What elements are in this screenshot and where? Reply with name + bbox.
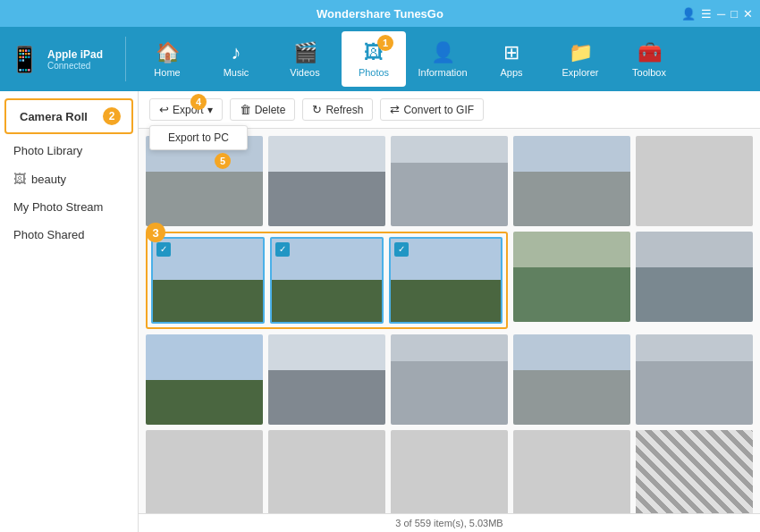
apps-icon: ⊞	[503, 41, 519, 64]
sidebar-item-camera-roll[interactable]: Camera Roll 2	[4, 98, 133, 134]
camera-roll-label: Camera Roll	[20, 110, 88, 123]
photo-item[interactable]	[636, 334, 753, 425]
photo-item[interactable]	[636, 136, 753, 226]
maximize-icon[interactable]: □	[730, 7, 738, 21]
photo-item[interactable]	[146, 430, 263, 513]
home-icon: 🏠	[156, 41, 180, 64]
photo-checkbox-3[interactable]: ✓	[394, 242, 409, 257]
nav-item-toolbox[interactable]: 🧰 Toolbox	[617, 31, 681, 87]
photo-item[interactable]	[391, 430, 508, 513]
convert-icon: ⇄	[390, 103, 400, 116]
delete-icon: 🗑	[240, 103, 251, 116]
close-icon[interactable]: ✕	[743, 7, 753, 21]
step-bubble-2: 2	[103, 107, 121, 125]
photo-item[interactable]	[513, 136, 630, 226]
photo-item[interactable]	[636, 232, 753, 322]
photo-item[interactable]	[636, 430, 753, 513]
convert-label: Convert to GIF	[403, 104, 474, 116]
explorer-icon: 📁	[569, 41, 593, 64]
status-bar: 3 of 559 item(s), 5.03MB	[139, 513, 760, 532]
export-dropdown: Export to PC 5	[149, 125, 248, 150]
sidebar-item-photo-library[interactable]: Photo Library	[0, 137, 138, 165]
step-bubble-5: 5	[215, 153, 231, 169]
photo-checkbox-1[interactable]: ✓	[156, 242, 171, 257]
nav-item-videos[interactable]: 🎬 Videos	[273, 31, 337, 87]
sidebar-item-beauty[interactable]: 🖼 beauty	[0, 165, 138, 193]
nav-item-information[interactable]: 👤 Information	[410, 31, 475, 87]
export-icon: ↩	[159, 103, 169, 116]
device-icon: 📱	[9, 45, 40, 74]
image-icon: 🖼	[13, 172, 26, 186]
nav-label-videos: Videos	[290, 67, 319, 78]
nav-item-photos[interactable]: 1 🖼 Photos	[342, 31, 406, 87]
photo-library-label: Photo Library	[13, 144, 82, 157]
photo-item-selected-1[interactable]: ✓	[151, 237, 265, 325]
nav-items: 🏠 Home ♪ Music 🎬 Videos 1 🖼 Photos 👤 Inf…	[135, 31, 681, 87]
title-bar: Wondershare TunesGo 👤 ☰ ─ □ ✕	[0, 0, 760, 27]
toolbar: 4 ↩ Export ▾ Export to PC 5 🗑 Delete ↻ R…	[139, 91, 760, 129]
information-icon: 👤	[431, 41, 455, 64]
refresh-icon: ↻	[312, 103, 322, 116]
nav-label-toolbox: Toolbox	[632, 67, 666, 78]
menu-icon[interactable]: ☰	[701, 7, 712, 21]
sidebar-item-my-photo-stream[interactable]: My Photo Stream	[0, 193, 138, 221]
export-to-pc-label: Export to PC	[168, 131, 229, 144]
nav-item-explorer[interactable]: 📁 Explorer	[548, 31, 612, 87]
photo-item[interactable]	[513, 232, 630, 322]
nav-label-music: Music	[224, 67, 249, 78]
export-button[interactable]: ↩ Export ▾	[149, 98, 223, 121]
music-icon: ♪	[232, 41, 241, 64]
photo-shared-label: Photo Shared	[13, 228, 85, 241]
export-to-pc-item[interactable]: Export to PC 5	[150, 126, 247, 149]
nav-item-home[interactable]: 🏠 Home	[135, 31, 199, 87]
photo-item[interactable]	[391, 136, 508, 226]
grid-wrapper: 3 ✓ ✓ ✓	[139, 129, 760, 513]
content-area: 4 ↩ Export ▾ Export to PC 5 🗑 Delete ↻ R…	[139, 91, 760, 532]
photo-item[interactable]	[146, 334, 263, 425]
photo-item[interactable]	[268, 136, 385, 226]
photo-item-selected-3[interactable]: ✓	[389, 237, 502, 325]
convert-button[interactable]: ⇄ Convert to GIF	[380, 98, 484, 121]
photo-checkbox-2[interactable]: ✓	[275, 242, 290, 257]
photo-item[interactable]	[268, 430, 385, 513]
photo-item[interactable]	[391, 334, 508, 425]
photos-badge: 1	[377, 35, 393, 51]
device-status: Connected	[47, 61, 103, 71]
step-bubble-3: 3	[146, 223, 165, 242]
videos-icon: 🎬	[293, 41, 317, 64]
nav-label-home: Home	[154, 67, 180, 78]
photo-grid: ✓ ✓ ✓	[139, 129, 760, 513]
nav-label-photos: Photos	[359, 67, 389, 78]
minimize-icon[interactable]: ─	[717, 7, 725, 21]
delete-label: Delete	[255, 104, 286, 116]
dropdown-arrow-icon: ▾	[207, 104, 213, 116]
my-photo-stream-label: My Photo Stream	[13, 200, 103, 214]
nav-item-music[interactable]: ♪ Music	[204, 31, 268, 87]
app-title: Wondershare TunesGo	[317, 7, 443, 21]
refresh-button[interactable]: ↻ Refresh	[302, 98, 373, 121]
nav-bar: 📱 Apple iPad Connected 🏠 Home ♪ Music 🎬 …	[0, 27, 760, 91]
photo-item[interactable]	[513, 430, 630, 513]
window-controls[interactable]: 👤 ☰ ─ □ ✕	[681, 7, 753, 21]
photo-item[interactable]	[513, 334, 630, 425]
toolbox-icon: 🧰	[638, 41, 662, 64]
step-bubble-4: 4	[190, 94, 207, 110]
user-icon[interactable]: 👤	[681, 7, 696, 21]
sidebar: Camera Roll 2 Photo Library 🖼 beauty My …	[0, 91, 139, 532]
main-content: Camera Roll 2 Photo Library 🖼 beauty My …	[0, 91, 760, 532]
nav-label-information: Information	[418, 67, 467, 78]
nav-divider	[125, 37, 126, 81]
selected-photo-group: ✓ ✓ ✓	[146, 232, 508, 330]
status-text: 3 of 559 item(s), 5.03MB	[395, 518, 502, 528]
device-name: Apple iPad	[47, 48, 103, 61]
nav-label-apps: Apps	[500, 67, 522, 78]
nav-item-apps[interactable]: ⊞ Apps	[479, 31, 544, 87]
device-info: 📱 Apple iPad Connected	[9, 45, 107, 74]
photo-item-selected-2[interactable]: ✓	[270, 237, 384, 325]
refresh-label: Refresh	[325, 104, 363, 116]
beauty-label: beauty	[31, 173, 66, 186]
nav-label-explorer: Explorer	[562, 67, 599, 78]
photo-item[interactable]	[268, 334, 385, 425]
sidebar-item-photo-shared[interactable]: Photo Shared	[0, 221, 138, 249]
delete-button[interactable]: 🗑 Delete	[230, 98, 296, 121]
